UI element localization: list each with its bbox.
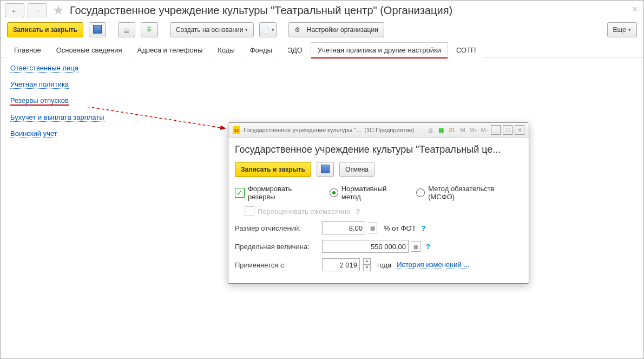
- radio-on-icon: [330, 188, 338, 197]
- tab-sotp[interactable]: СОТП: [449, 42, 483, 57]
- checkbox-checked-icon: ✓: [235, 188, 245, 198]
- applies-year-input[interactable]: 2 019: [322, 258, 360, 271]
- applies-label: Применяется с:: [235, 261, 319, 269]
- page-title: Государственное учреждение культуры "Теа…: [70, 4, 452, 17]
- year-spinner[interactable]: ▲▼: [363, 258, 371, 271]
- save-and-close-button[interactable]: Записать и закрыть: [7, 22, 83, 37]
- minimize-icon[interactable]: _: [491, 125, 501, 135]
- gear-icon: [294, 26, 300, 34]
- tree-icon: [147, 26, 152, 34]
- link-accounting-policy[interactable]: Учетная политика: [10, 80, 69, 89]
- tab-codes[interactable]: Коды: [211, 42, 241, 57]
- dialog-save-button[interactable]: [317, 162, 334, 177]
- m-minus-button[interactable]: М-: [480, 126, 489, 134]
- normative-method-radio[interactable]: Нормативный метод: [330, 185, 408, 201]
- calculator-icon[interactable]: ▦: [411, 241, 420, 252]
- app-logo-icon: 1c: [233, 126, 240, 134]
- help-icon[interactable]: ?: [356, 207, 360, 216]
- link-salary-accounting[interactable]: Бухучет и выплата зарплаты: [10, 113, 104, 122]
- attach-button[interactable]: [259, 22, 277, 37]
- org-settings-button[interactable]: Настройки организации: [288, 22, 384, 37]
- nav-forward-button[interactable]: →: [28, 3, 47, 17]
- print-icon[interactable]: 🖨: [426, 126, 435, 134]
- dialog-titlebar-app: (1С:Предприятие): [364, 127, 414, 133]
- revalue-monthly-checkbox: Переоценивать ежемесячно: [245, 206, 350, 216]
- m-plus-button[interactable]: М+: [469, 126, 478, 134]
- limit-label: Предельная величина:: [235, 243, 319, 251]
- help-icon[interactable]: ?: [426, 243, 430, 251]
- dialog-heading: Государственное учреждение культуры "Теа…: [235, 144, 522, 155]
- spinner-down-icon[interactable]: ▼: [363, 265, 371, 271]
- tab-funds[interactable]: Фонды: [243, 42, 279, 57]
- disk-icon: [321, 165, 330, 175]
- dialog-save-close-button[interactable]: Записать и закрыть: [235, 162, 311, 177]
- calc-icon[interactable]: ▦: [437, 126, 445, 134]
- calendar-icon[interactable]: 31: [448, 126, 456, 134]
- form-reserves-checkbox[interactable]: ✓Формировать резервы: [235, 185, 321, 201]
- link-military[interactable]: Воинский учет: [10, 129, 57, 138]
- help-icon[interactable]: ?: [422, 224, 426, 232]
- dialog-titlebar-text: Государственное учреждение культуры "...: [244, 127, 361, 133]
- tab-bar: Главное Основные сведения Адреса и телеф…: [1, 42, 643, 57]
- applies-suffix: года: [377, 261, 391, 269]
- ifrs-method-radio[interactable]: Метод обязательств (МСФО): [416, 185, 522, 201]
- accrual-label: Размер отчислений:: [235, 224, 319, 232]
- calculator-icon[interactable]: ▦: [368, 223, 377, 233]
- tab-basic-info[interactable]: Основные сведения: [49, 42, 129, 57]
- close-dialog-icon[interactable]: ✕: [515, 125, 524, 135]
- reserves-dialog: 1c Государственное учреждение культуры "…: [228, 122, 529, 284]
- limit-input[interactable]: 550 000,00: [322, 240, 409, 253]
- disk-icon: [93, 25, 102, 35]
- tab-main[interactable]: Главное: [7, 42, 48, 57]
- accrual-input[interactable]: 8,00: [322, 221, 365, 234]
- save-button[interactable]: [89, 22, 106, 37]
- spinner-up-icon[interactable]: ▲: [363, 258, 371, 265]
- checkbox-disabled-icon: [245, 206, 254, 216]
- more-button[interactable]: Еще: [607, 22, 637, 37]
- radio-off-icon: [416, 188, 425, 197]
- nav-back-button[interactable]: ←: [5, 3, 24, 17]
- m-button[interactable]: М: [458, 126, 467, 134]
- list-button[interactable]: [118, 22, 135, 37]
- tab-accounting-policy[interactable]: Учетная политика и другие настройки: [311, 42, 448, 57]
- tab-addresses[interactable]: Адреса и телефоны: [130, 42, 209, 57]
- tab-edo[interactable]: ЭДО: [280, 42, 310, 57]
- link-responsible-persons[interactable]: Ответственные лица: [10, 64, 78, 73]
- history-link[interactable]: История изменений ...: [397, 260, 469, 269]
- create-based-on-button[interactable]: Создать на основании: [170, 22, 254, 37]
- accrual-suffix: % от ФОТ: [384, 224, 416, 232]
- maximize-icon[interactable]: □: [503, 125, 512, 135]
- structure-button[interactable]: [141, 22, 158, 37]
- dialog-cancel-button[interactable]: Отмена: [339, 162, 374, 177]
- list-icon: [123, 25, 130, 34]
- link-vacation-reserves[interactable]: Резервы отпусков: [10, 96, 69, 106]
- favorite-star-icon[interactable]: ★: [52, 3, 64, 18]
- folder-icon: [262, 26, 270, 34]
- close-icon[interactable]: ✕: [632, 5, 638, 14]
